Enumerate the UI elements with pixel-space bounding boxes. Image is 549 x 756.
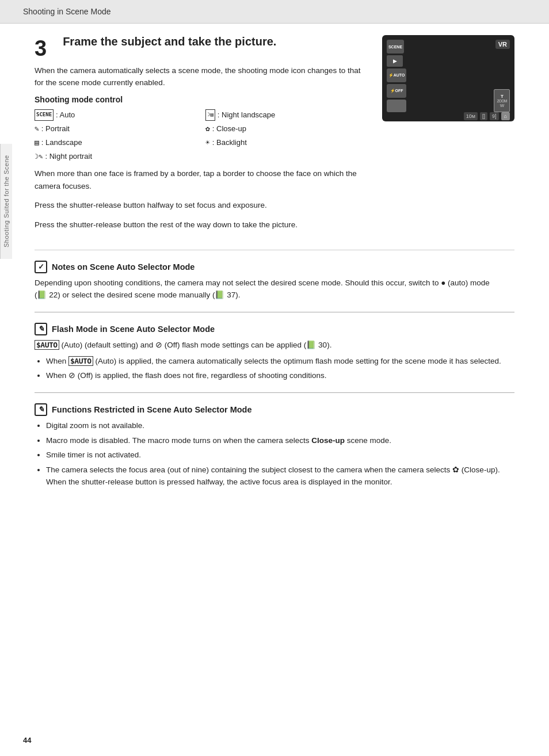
cam-t-icon: T ZOOM W	[494, 89, 510, 112]
divider-1	[35, 312, 514, 312]
cam-scene-icon: SCENE	[387, 40, 404, 54]
notes-functions: ✎ Functions Restricted in Scene Auto Sel…	[35, 403, 514, 488]
camera-display: SCENE ▶ ⚡AUTO ⚡OFF VR T ZOOM W	[382, 35, 514, 121]
flash-bullet-2: When ⊘ (Off) is applied, the flash does …	[46, 369, 514, 382]
mode-night-landscape: ☽▤ : Night landscape	[205, 109, 365, 121]
cam-vr-label: VR	[495, 40, 510, 49]
mode-night-portrait: ☽✎ : Night portrait	[35, 150, 194, 163]
cam-9j-icon: 9]	[490, 112, 499, 120]
note-flash-title: Flash Mode in Scene Auto Selector Mode	[52, 324, 215, 334]
cam-right-icons: T ZOOM W	[494, 89, 510, 112]
notes-scene-auto: ✓ Notes on Scene Auto Selector Mode Depe…	[35, 261, 514, 301]
cam-home-icon: ⌂	[501, 112, 510, 120]
step-description: When the camera automatically selects a …	[35, 65, 365, 89]
mode-auto: SCENE : Auto	[35, 109, 194, 121]
mode-backlight: ☀ : Backlight	[205, 136, 365, 149]
functions-bullets: Digital zoom is not available. Macro mod…	[46, 419, 514, 488]
note-scene-auto-title: Notes on Scene Auto Selector Mode	[52, 262, 195, 272]
main-content: 3 Frame the subject and take the picture…	[0, 24, 549, 509]
pencil-icon-2: ✎	[35, 403, 47, 416]
backlight-icon: ☀	[205, 136, 210, 149]
flash-bullets: When $AUTO (Auto) is applied, the camera…	[46, 355, 514, 382]
step-left: 3 Frame the subject and take the picture…	[35, 35, 365, 238]
step-3-row: 3 Frame the subject and take the picture…	[35, 35, 514, 250]
night-portrait-icon: ☽✎	[35, 151, 43, 162]
landscape-icon: ▤	[35, 136, 39, 149]
cam-flash-auto-icon: ⚡AUTO	[387, 68, 406, 82]
note-scene-auto-header: ✓ Notes on Scene Auto Selector Mode	[35, 261, 514, 273]
note-scene-auto-body: Depending upon shooting conditions, the …	[35, 277, 514, 301]
function-bullet-3: Smile timer is not activated.	[46, 449, 514, 461]
page-header: Shooting in Scene Mode	[0, 0, 549, 24]
mode-landscape: ▤ : Landscape	[35, 136, 194, 149]
portrait-icon: ✎	[35, 123, 39, 135]
para2: Press the shutter-release button halfway…	[35, 199, 365, 212]
shooting-mode-title: Shooting mode control	[35, 95, 365, 104]
page-number: 44	[23, 736, 31, 744]
function-bullet-1: Digital zoom is not available.	[46, 419, 514, 432]
function-bullet-2: Macro mode is disabled. The macro mode t…	[46, 434, 514, 447]
para3: Press the shutter-release button the res…	[35, 219, 365, 231]
cam-flash-off-icon: ⚡OFF	[387, 84, 406, 98]
cam-top-row: SCENE ▶ ⚡AUTO ⚡OFF VR T ZOOM W	[387, 40, 510, 112]
cam-crop-icon: []	[480, 112, 487, 120]
step-title: Frame the subject and take the picture.	[63, 35, 276, 48]
note-functions-header: ✎ Functions Restricted in Scene Auto Sel…	[35, 403, 514, 416]
mode-portrait: ✎ : Portrait	[35, 123, 194, 135]
header-title: Shooting in Scene Mode	[23, 7, 111, 16]
notes-flash: ✎ Flash Mode in Scene Auto Selector Mode…	[35, 323, 514, 382]
closeup-icon: ✿	[205, 123, 210, 135]
cam-scene2-icon	[387, 100, 406, 112]
checkmark-icon: ✓	[35, 261, 47, 273]
note-functions-title: Functions Restricted in Scene Auto Selec…	[52, 405, 252, 414]
night-landscape-icon: ☽▤	[205, 109, 215, 120]
divider-2	[35, 392, 514, 393]
cam-10m-icon: 10м	[464, 112, 478, 120]
mode-grid: SCENE : Auto ☽▤ : Night landscape ✎ : Po…	[35, 109, 365, 163]
note-flash-body: $AUTO (Auto) (default setting) and ⊘ (Of…	[35, 339, 514, 352]
flash-bullet-1: When $AUTO (Auto) is applied, the camera…	[46, 355, 514, 368]
para1: When more than one face is framed by a b…	[35, 167, 365, 192]
mode-closeup: ✿ : Close-up	[205, 123, 365, 135]
auto-icon: SCENE	[35, 109, 54, 120]
note-flash-header: ✎ Flash Mode in Scene Auto Selector Mode	[35, 323, 514, 335]
pencil-icon: ✎	[35, 323, 47, 335]
function-bullet-4: The camera selects the focus area (out o…	[46, 464, 514, 488]
cam-bottom-row: 10м [] 9] ⌂	[387, 112, 510, 120]
cam-play-icon: ▶	[387, 55, 403, 67]
flash-auto-inline: $AUTO	[68, 356, 93, 366]
flash-auto-symbol: $AUTO	[35, 340, 59, 350]
step-number: 3	[35, 37, 47, 59]
